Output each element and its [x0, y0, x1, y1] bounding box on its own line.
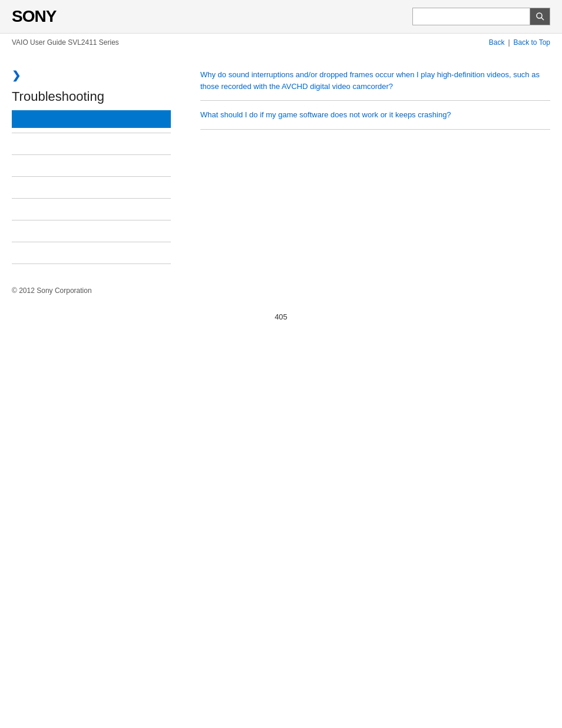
content-link-1[interactable]: Why do sound interruptions and/or droppe…: [200, 69, 550, 92]
sidebar-item-3[interactable]: [12, 182, 171, 193]
sidebar-item-5[interactable]: [12, 225, 171, 237]
content-divider-1: [200, 100, 550, 101]
sidebar-divider-5: [12, 220, 171, 220]
sony-logo: SONY: [12, 7, 56, 26]
sidebar-item-1[interactable]: [12, 138, 171, 150]
breadcrumb-nav: Back | Back to Top: [489, 38, 550, 47]
sidebar-item-6[interactable]: [12, 247, 171, 259]
guide-title: VAIO User Guide SVL2411 Series: [12, 38, 119, 47]
sidebar-title: Troubleshooting: [12, 89, 171, 104]
header: SONY: [0, 0, 562, 34]
page-number: 405: [0, 301, 562, 333]
copyright: © 2012 Sony Corporation: [12, 286, 92, 295]
search-icon: [535, 12, 545, 21]
nav-separator: |: [508, 38, 510, 47]
sidebar-active-item[interactable]: [12, 110, 171, 128]
sidebar: ❯ Troubleshooting: [12, 63, 183, 269]
sidebar-divider-1: [12, 133, 171, 133]
search-input[interactable]: [412, 8, 530, 25]
sidebar-divider-3: [12, 176, 171, 177]
sidebar-chevron[interactable]: ❯: [12, 69, 171, 82]
breadcrumb-bar: VAIO User Guide SVL2411 Series Back | Ba…: [0, 34, 562, 51]
sidebar-divider-2: [12, 154, 171, 155]
sidebar-divider-4: [12, 198, 171, 199]
back-to-top-link[interactable]: Back to Top: [514, 38, 550, 47]
svg-point-0: [537, 13, 542, 18]
footer: © 2012 Sony Corporation: [0, 269, 562, 301]
main-content: Why do sound interruptions and/or droppe…: [183, 63, 550, 269]
content-link-2[interactable]: What should I do if my game software doe…: [200, 109, 550, 121]
sidebar-item-2[interactable]: [12, 160, 171, 172]
svg-line-1: [541, 18, 544, 20]
sidebar-divider-6: [12, 242, 171, 242]
content-area: ❯ Troubleshooting Why do sound interrupt…: [0, 51, 562, 269]
search-container: [412, 8, 550, 25]
content-divider-2: [200, 129, 550, 130]
back-link[interactable]: Back: [489, 38, 505, 47]
sidebar-item-4[interactable]: [12, 203, 171, 215]
sidebar-divider-7: [12, 263, 171, 264]
search-button[interactable]: [530, 8, 550, 25]
